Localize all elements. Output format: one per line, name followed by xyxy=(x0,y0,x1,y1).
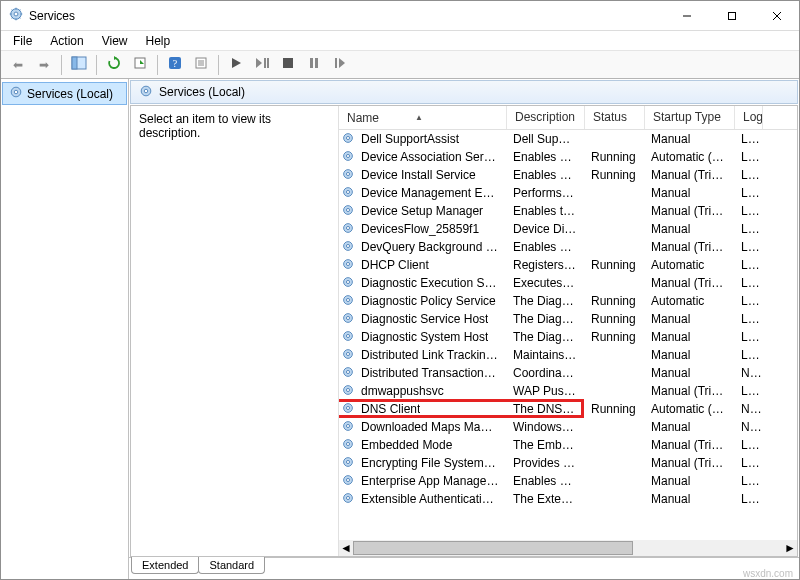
gear-icon xyxy=(341,383,355,400)
column-logon[interactable]: Log xyxy=(735,106,763,129)
restart-service-button[interactable] xyxy=(328,53,352,77)
scroll-thumb[interactable] xyxy=(353,541,633,555)
gear-icon xyxy=(341,239,355,256)
svg-rect-31 xyxy=(315,58,318,68)
service-row[interactable]: Embedded ModeThe Embed...Manual (Trig...… xyxy=(339,436,797,454)
minimize-button[interactable] xyxy=(664,1,709,30)
arrow-left-icon: ⬅ xyxy=(13,58,23,72)
menu-help[interactable]: Help xyxy=(138,32,179,50)
gear-icon xyxy=(341,275,355,292)
service-logon: Loc xyxy=(735,456,763,470)
service-row[interactable]: dmwappushsvcWAP Push ...Manual (Trig...L… xyxy=(339,382,797,400)
service-row[interactable]: Dell SupportAssistDell Suppor...ManualLo… xyxy=(339,130,797,148)
start-service-button[interactable] xyxy=(224,53,248,77)
menu-action[interactable]: Action xyxy=(42,32,91,50)
forward-button[interactable]: ➡ xyxy=(32,53,56,77)
service-row[interactable]: Device Association ServiceEnables pai...… xyxy=(339,148,797,166)
services-app-icon xyxy=(9,7,23,24)
scroll-left-icon[interactable]: ◄ xyxy=(339,541,353,555)
help-icon: ? xyxy=(168,56,182,73)
service-row[interactable]: Diagnostic Policy ServiceThe Diagno...Ru… xyxy=(339,292,797,310)
stop-service-button[interactable] xyxy=(276,53,300,77)
horizontal-scrollbar[interactable]: ◄ ► xyxy=(339,540,797,556)
column-name[interactable]: Name▲ xyxy=(339,106,507,129)
maximize-button[interactable] xyxy=(709,1,754,30)
service-row[interactable]: DHCP ClientRegisters an...RunningAutomat… xyxy=(339,256,797,274)
refresh-button[interactable] xyxy=(102,53,126,77)
help-button[interactable]: ? xyxy=(163,53,187,77)
menu-view[interactable]: View xyxy=(94,32,136,50)
gear-icon xyxy=(341,437,355,454)
service-status: Running xyxy=(585,402,645,416)
service-rows[interactable]: Dell SupportAssistDell Suppor...ManualLo… xyxy=(339,130,797,540)
menu-file-label: File xyxy=(13,34,32,48)
service-row[interactable]: DevQuery Background Disc...Enables app..… xyxy=(339,238,797,256)
gear-icon xyxy=(341,419,355,436)
tab-extended[interactable]: Extended xyxy=(131,557,199,574)
service-row[interactable]: DNS ClientThe DNS Cli...RunningAutomatic… xyxy=(339,400,797,418)
service-description: Maintains li... xyxy=(507,348,585,362)
service-name: Dell SupportAssist xyxy=(361,132,459,146)
service-description: Registers an... xyxy=(507,258,585,272)
service-logon: Net xyxy=(735,366,763,380)
menu-file[interactable]: File xyxy=(5,32,40,50)
close-button[interactable] xyxy=(754,1,799,30)
service-row[interactable]: Distributed Transaction Co...Coordinates… xyxy=(339,364,797,382)
export-list-button[interactable] xyxy=(128,53,152,77)
tab-standard[interactable]: Standard xyxy=(198,557,265,574)
service-row[interactable]: Distributed Link Tracking Cl...Maintains… xyxy=(339,346,797,364)
stop-icon xyxy=(282,57,294,72)
arrow-right-icon: ➡ xyxy=(39,58,49,72)
gear-icon xyxy=(139,84,153,101)
service-description: Executes dia... xyxy=(507,276,585,290)
service-startup: Manual xyxy=(645,222,735,236)
details-body: Select an item to view its description. … xyxy=(130,105,798,557)
back-button[interactable]: ⬅ xyxy=(6,53,30,77)
service-startup: Manual (Trig... xyxy=(645,384,735,398)
service-description: The Diagno... xyxy=(507,330,585,344)
service-row[interactable]: Diagnostic Execution ServiceExecutes dia… xyxy=(339,274,797,292)
service-status: Running xyxy=(585,312,645,326)
properties-button[interactable] xyxy=(189,53,213,77)
services-list: Name▲ Description Status Startup Type Lo… xyxy=(339,106,797,556)
console-tree[interactable]: Services (Local) xyxy=(1,79,129,579)
service-row[interactable]: Device Install ServiceEnables a c...Runn… xyxy=(339,166,797,184)
service-logon: Loc xyxy=(735,438,763,452)
svg-point-51 xyxy=(346,244,349,247)
service-row[interactable]: Diagnostic System HostThe Diagno...Runni… xyxy=(339,328,797,346)
service-row[interactable]: Device Management Enroll...Performs D...… xyxy=(339,184,797,202)
svg-point-37 xyxy=(144,89,148,93)
svg-rect-27 xyxy=(264,58,266,68)
service-description: Enables a c... xyxy=(507,168,585,182)
column-startup[interactable]: Startup Type xyxy=(645,106,735,129)
sort-ascending-icon: ▲ xyxy=(415,113,423,122)
tree-root-services-local[interactable]: Services (Local) xyxy=(2,82,127,105)
tree-pane-icon xyxy=(71,56,87,73)
svg-point-35 xyxy=(14,90,18,94)
service-logon: Loc xyxy=(735,168,763,182)
service-row[interactable]: Enterprise App Managemen...Enables ent..… xyxy=(339,472,797,490)
service-name: dmwappushsvc xyxy=(361,384,444,398)
service-row[interactable]: DevicesFlow_25859f1Device Disc...ManualL… xyxy=(339,220,797,238)
service-logon: Loc xyxy=(735,474,763,488)
service-name: DevicesFlow_25859f1 xyxy=(361,222,479,236)
show-hide-tree-button[interactable] xyxy=(67,53,91,77)
tree-root-label: Services (Local) xyxy=(27,87,113,101)
column-status[interactable]: Status xyxy=(585,106,645,129)
service-row[interactable]: Extensible Authentication P...The Extens… xyxy=(339,490,797,508)
svg-rect-11 xyxy=(728,12,735,19)
service-name: Device Association Service xyxy=(361,150,499,164)
service-row[interactable]: Diagnostic Service HostThe Diagno...Runn… xyxy=(339,310,797,328)
service-row[interactable]: Downloaded Maps ManagerWindows se...Manu… xyxy=(339,418,797,436)
column-description[interactable]: Description xyxy=(507,106,585,129)
properties-icon xyxy=(194,56,208,73)
service-startup: Manual xyxy=(645,474,735,488)
pause-button[interactable] xyxy=(302,53,326,77)
svg-text:?: ? xyxy=(173,58,178,69)
pause-service-button[interactable] xyxy=(250,53,274,77)
scroll-right-icon[interactable]: ► xyxy=(783,541,797,555)
step-forward-icon xyxy=(334,57,346,72)
svg-point-45 xyxy=(346,190,349,193)
service-row[interactable]: Encrypting File System (EFS)Provides th.… xyxy=(339,454,797,472)
service-row[interactable]: Device Setup ManagerEnables the ...Manua… xyxy=(339,202,797,220)
